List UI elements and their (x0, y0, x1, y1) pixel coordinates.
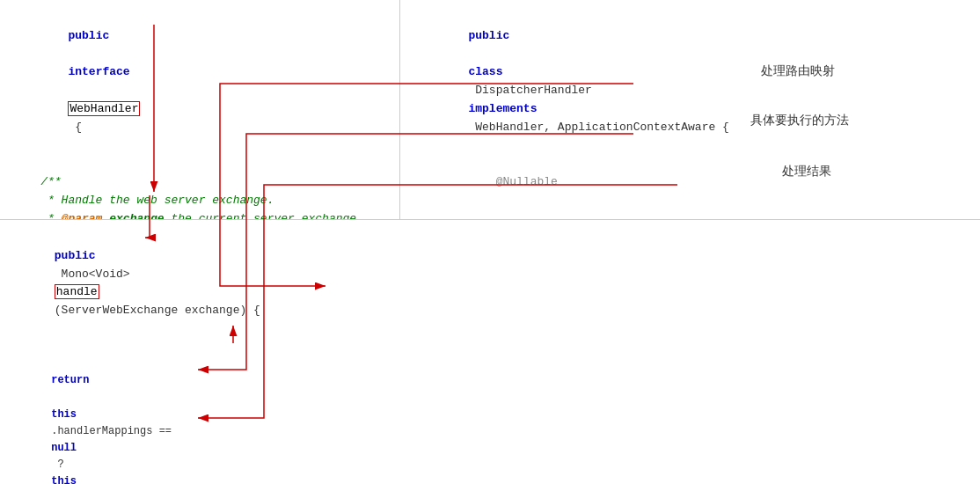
code-line-comment: * Handle the web server exchange. (13, 192, 386, 210)
label-routing: 处理路由映射 (761, 63, 835, 79)
code-line: public class DispatcherHandler implement… (413, 9, 967, 155)
code-line (13, 155, 386, 173)
code-line-comment: * @param exchange the current server exc… (13, 210, 386, 219)
code-line: public Mono<Void> handle (ServerWebExcha… (13, 229, 967, 339)
right-panel: public class DispatcherHandler implement… (400, 0, 980, 219)
code-line: @Nullable (413, 155, 967, 209)
code-line: public interface WebHandler { (13, 9, 386, 155)
code-line-comment: /** (13, 173, 386, 192)
handle-bottom-highlight: handle (55, 284, 99, 299)
webhandler-highlight: WebHandler (68, 101, 140, 116)
code-line: return this .handlerMappings == null ? t… (13, 339, 967, 484)
label-method: 具体要执行的方法 (750, 113, 849, 128)
top-section: public interface WebHandler { /** * Hand… (0, 0, 980, 220)
main-container: public interface WebHandler { /** * Hand… (0, 0, 980, 484)
bottom-section: public Mono<Void> handle (ServerWebExcha… (0, 220, 980, 484)
label-result: 处理结果 (782, 164, 831, 180)
left-panel: public interface WebHandler { /** * Hand… (0, 0, 400, 219)
keyword-interface: interface (68, 65, 129, 78)
keyword-public: public (68, 29, 109, 42)
